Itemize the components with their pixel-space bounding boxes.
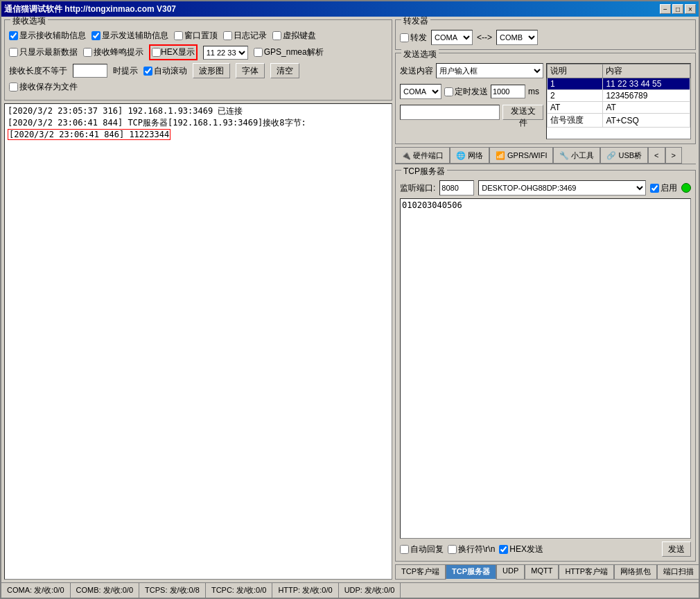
- clear-button[interactable]: 清空: [270, 63, 299, 78]
- checkbox-log-input[interactable]: [223, 31, 232, 40]
- checkbox-vkeyboard-input[interactable]: [272, 31, 281, 40]
- send-content-row: 发送内容 用户输入框: [400, 63, 543, 78]
- tcp-content-area[interactable]: 010203040506: [400, 198, 691, 539]
- receive-options-group: 接收选项 显示接收辅助信息 显示发送辅助信息 窗口置顶: [4, 19, 392, 101]
- status-bar: COMA: 发/收:0/0 COMB: 发/收:0/0 TCPS: 发/收:0/…: [1, 582, 699, 598]
- wave-button[interactable]: 波形图: [193, 63, 230, 78]
- send-options-group: 发送选项 发送内容 用户输入框 COMA: [395, 53, 696, 144]
- checkbox-hex-display[interactable]: HEX显示: [149, 44, 198, 60]
- checkbox-show-receive-input[interactable]: [9, 31, 18, 40]
- tcp-host-select[interactable]: DESKTOP-OHG88DP:3469: [478, 180, 646, 196]
- tab-tcp-client[interactable]: TCP客户端: [395, 564, 446, 580]
- forwarder-arrow: <-->: [477, 33, 492, 42]
- tcp-server-top-row: 监听端口: DESKTOP-OHG88DP:3469 启用: [400, 180, 691, 196]
- checkbox-log[interactable]: 日志记录: [223, 30, 267, 42]
- table-header-note: 说明: [548, 64, 603, 78]
- tcp-enable-input[interactable]: [650, 184, 659, 193]
- hex-value-select[interactable]: 11 22 33: [203, 46, 248, 60]
- table-row[interactable]: 信号强度AT+CSQ: [548, 114, 690, 128]
- status-http: HTTP: 发/收:0/0: [272, 583, 338, 598]
- hex-display-box: HEX显示: [149, 44, 198, 60]
- checkbox-latest-only-input[interactable]: [9, 48, 18, 57]
- checkbox-vkeyboard[interactable]: 虚拟键盘: [272, 30, 316, 42]
- table-row[interactable]: 2123456789: [548, 90, 690, 102]
- receive-options-row4: 接收保存为文件: [9, 81, 387, 93]
- interval-input[interactable]: [491, 85, 525, 98]
- receive-length-input[interactable]: [73, 64, 107, 78]
- checkbox-gps[interactable]: GPS_nmea解析: [254, 46, 324, 58]
- checkbox-topmost-input[interactable]: [174, 31, 183, 40]
- receive-options-row2: 只显示最新数据 接收蜂鸣提示 HEX显示 11 22 33: [9, 44, 387, 60]
- hardware-tab-usb[interactable]: 🔗 USB桥: [600, 147, 648, 164]
- checkbox-save-file[interactable]: 接收保存为文件: [9, 81, 78, 93]
- checkbox-auto-scroll[interactable]: 自动滚动: [143, 65, 187, 77]
- checkbox-auto-scroll-input[interactable]: [143, 67, 152, 76]
- tcp-enable[interactable]: 启用: [650, 182, 677, 194]
- escape-chars-input[interactable]: [448, 545, 457, 554]
- table-row[interactable]: ATAT: [548, 102, 690, 114]
- forwarder-from-select[interactable]: COMA COMB: [431, 30, 473, 45]
- status-udp: UDP: 发/收:0/0: [339, 583, 401, 598]
- hardware-tab-port[interactable]: 🔌 硬件端口: [395, 147, 450, 164]
- auto-reply-input[interactable]: [400, 545, 409, 554]
- checkbox-beep-input[interactable]: [83, 48, 92, 57]
- tab-port-scan[interactable]: 端口扫描: [657, 564, 699, 580]
- forwarder-enable-input[interactable]: [400, 33, 409, 42]
- scheduled-send[interactable]: 定时发送: [444, 86, 488, 98]
- tcp-send-button[interactable]: 发送: [662, 541, 691, 557]
- escape-chars[interactable]: 换行符\r\n: [448, 544, 495, 555]
- receive-options-row3: 接收长度不等于 时提示 自动滚动 波形图 字体 清空: [9, 63, 387, 78]
- hardware-tab-tools[interactable]: 🔧 小工具: [553, 147, 600, 164]
- checkbox-gps-input[interactable]: [254, 48, 263, 57]
- hex-send[interactable]: HEX发送: [499, 544, 543, 555]
- forwarder-to-select[interactable]: COMB COMA: [496, 30, 538, 45]
- network-icon: 🌐: [456, 151, 466, 160]
- font-button[interactable]: 字体: [236, 63, 265, 78]
- minimize-button[interactable]: −: [660, 4, 671, 14]
- checkbox-hex-display-input[interactable]: [152, 48, 161, 57]
- log-line-1: [2020/3/2 23:05:37 316] 192.168.1.93:346…: [8, 105, 389, 117]
- send-options-title: 发送选项: [401, 49, 439, 60]
- log-area[interactable]: [2020/3/2 23:05:37 316] 192.168.1.93:346…: [4, 103, 392, 580]
- main-content: 接收选项 显示接收辅助信息 显示发送辅助信息 窗口置顶: [1, 17, 699, 582]
- send-table-container[interactable]: 说明 内容 111 22 33 44 552123456789ATAT信号强度A…: [546, 63, 691, 139]
- send-port-select[interactable]: COMA COMB: [400, 84, 441, 99]
- send-content-select[interactable]: 用户输入框: [436, 63, 543, 78]
- checkbox-show-receive[interactable]: 显示接收辅助信息: [9, 30, 86, 42]
- plug-icon: 🔌: [401, 151, 411, 160]
- tab-network-capture[interactable]: 网络抓包: [614, 564, 657, 580]
- hardware-tab-nav-right[interactable]: >: [665, 147, 682, 164]
- tab-mqtt[interactable]: MQTT: [525, 564, 559, 580]
- wifi-icon: 📶: [496, 151, 505, 160]
- maximize-button[interactable]: □: [672, 4, 683, 14]
- auto-reply[interactable]: 自动回复: [400, 544, 444, 555]
- log-highlighted-text: [2020/3/2 23:06:41 846] 11223344: [8, 129, 170, 140]
- close-button[interactable]: ×: [685, 4, 696, 14]
- send-file-button[interactable]: 发送文件: [502, 105, 543, 120]
- tab-http-client[interactable]: HTTP客户端: [559, 564, 614, 580]
- scheduled-send-input[interactable]: [444, 87, 453, 96]
- tool-icon: 🔧: [559, 151, 569, 160]
- hex-send-input[interactable]: [499, 545, 508, 554]
- checkbox-show-send[interactable]: 显示发送辅助信息: [91, 30, 168, 42]
- tab-udp[interactable]: UDP: [496, 564, 525, 580]
- tab-tcp-server[interactable]: TCP服务器: [446, 564, 496, 580]
- checkbox-latest-only[interactable]: 只显示最新数据: [9, 46, 78, 58]
- send-input[interactable]: [400, 105, 500, 120]
- forwarder-enable[interactable]: 转发: [400, 32, 427, 44]
- connection-status-dot: [681, 183, 691, 193]
- table-row[interactable]: 111 22 33 44 55: [548, 78, 690, 90]
- hardware-tab-bar: 🔌 硬件端口 🌐 网络 📶 GPRS/WIFI 🔧 小工具 🔗 U: [395, 147, 696, 164]
- checkbox-topmost[interactable]: 窗口置顶: [174, 30, 218, 42]
- tcp-port-input[interactable]: [439, 180, 474, 196]
- checkbox-save-file-input[interactable]: [9, 83, 18, 92]
- table-header-content: 内容: [603, 64, 690, 78]
- checkbox-beep[interactable]: 接收蜂鸣提示: [83, 46, 143, 58]
- bottom-tab-bar: TCP客户端 TCP服务器 UDP MQTT HTTP客户端 网络抓包 端口扫描: [395, 564, 696, 580]
- hardware-tab-gprs[interactable]: 📶 GPRS/WIFI: [489, 147, 553, 164]
- hardware-tab-network[interactable]: 🌐 网络: [450, 147, 489, 164]
- forwarder-group: 转发器 转发 COMA COMB <--> COMB COMA: [395, 19, 696, 50]
- checkbox-show-send-input[interactable]: [91, 31, 100, 40]
- hardware-tab-nav-left[interactable]: <: [648, 147, 665, 164]
- status-comb: COMB: 发/收:0/0: [71, 583, 140, 598]
